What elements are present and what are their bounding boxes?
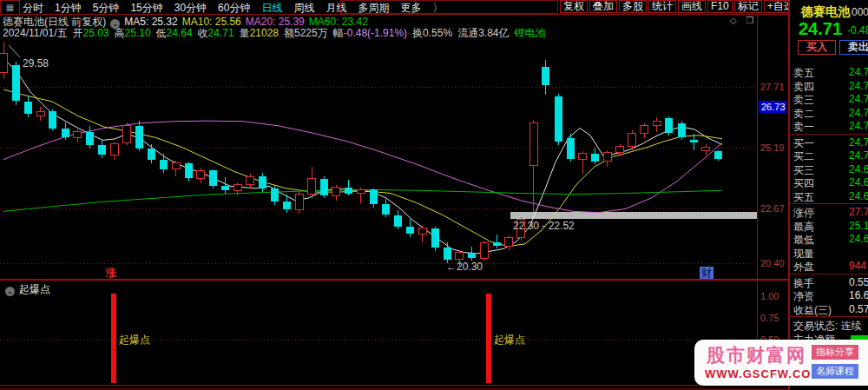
- info-token-value: 0.55%: [423, 27, 452, 39]
- bid-row[interactable]: 买一24.7: [793, 136, 868, 151]
- bid-row[interactable]: 买三24.6: [793, 163, 868, 178]
- info-token: 收24.71: [198, 27, 234, 39]
- stat-row-value: 944: [849, 260, 866, 272]
- annotation-tag-fin[interactable]: 财: [700, 267, 713, 279]
- site-watermark: 股市财富网 WWW.GSCFW.COM 指标分享 名师课程: [694, 340, 868, 386]
- stock-code: 0000: [852, 6, 868, 18]
- info-token: 2024/11/01/五: [3, 27, 68, 39]
- buy-button[interactable]: 买入: [798, 40, 836, 55]
- info-token-value: 3.84亿: [478, 27, 509, 39]
- indicator-chart[interactable]: 1.000.750.50起爆点起爆点: [0, 0, 788, 390]
- ask-row[interactable]: 卖二24.7: [793, 107, 868, 122]
- watermark-badge-indicators: 指标分享: [812, 345, 858, 360]
- bid-row-value: 24.7: [849, 149, 868, 162]
- panel-section-divider: [790, 203, 868, 204]
- info-token-label: 额: [284, 27, 294, 39]
- chart-info-row-2: 2024/11/01/五开25.03高25.10低24.64收24.71量210…: [3, 26, 550, 41]
- stat-row[interactable]: 换手0.55: [793, 276, 868, 291]
- bid-row-value: 24.6: [849, 190, 868, 202]
- info-token-label: 高: [115, 27, 125, 39]
- bid-row-label: 买一: [793, 137, 814, 149]
- stat-row[interactable]: 现量: [793, 247, 868, 261]
- panel-section-divider: [790, 274, 868, 274]
- stat-row[interactable]: 收益(三)0.57: [793, 303, 868, 318]
- price-change: -0.48: [847, 24, 868, 36]
- bid-row-label: 买五: [793, 191, 814, 203]
- last-price: 24.71: [799, 19, 842, 39]
- svg-text:起爆点: 起爆点: [494, 334, 525, 346]
- ask-row[interactable]: 卖四24.7: [793, 80, 868, 95]
- info-token-label: 收: [198, 27, 208, 39]
- bid-row[interactable]: 买五24.6: [793, 190, 868, 205]
- ask-row-label: 卖二: [793, 108, 814, 120]
- quote-panel: 德赛电池 0000 24.71 -0.48 买入 卖出 卖五24.7卖四24.7…: [788, 0, 868, 390]
- bid-row-value: 24.7: [849, 136, 868, 149]
- ask-row-value: 24.7: [849, 120, 868, 132]
- bid-row[interactable]: 买四24.6: [793, 176, 868, 191]
- ask-row-label: 卖三: [793, 94, 814, 106]
- stat-row[interactable]: 最低24.6: [793, 233, 868, 248]
- bid-row-label: 买四: [793, 177, 814, 189]
- info-token: 开25.03: [73, 27, 109, 39]
- bid-row-value: 24.6: [849, 163, 868, 175]
- watermark-badge-courses: 名师课程: [812, 364, 858, 379]
- ask-row[interactable]: 卖五24.7: [793, 66, 868, 81]
- bid-row-label: 买二: [793, 150, 814, 162]
- indicator-name: 起爆点: [19, 283, 50, 295]
- stat-row-label: 涨停: [793, 207, 814, 219]
- ask-row-label: 卖五: [793, 67, 814, 79]
- ask-row-label: 卖四: [793, 81, 814, 93]
- info-token: 换0.55%: [412, 27, 452, 39]
- stat-row-value: 25.1: [849, 220, 868, 232]
- stat-row-label: 收益(三): [793, 304, 832, 316]
- stat-row-label: 换手: [793, 277, 814, 289]
- info-token-label: 幅: [333, 27, 344, 39]
- annotation-tag-up: 涨: [106, 266, 116, 281]
- info-token-label: 2024/11/01/五: [3, 27, 68, 39]
- stat-row-label: 最低: [793, 234, 814, 246]
- stat-row[interactable]: 净资16.6: [793, 289, 868, 304]
- bid-row[interactable]: 买二24.7: [793, 149, 868, 164]
- stat-row[interactable]: 外盘944: [793, 260, 868, 274]
- bottom-border: [0, 385, 788, 386]
- stat-row-label: 外盘: [793, 261, 814, 273]
- info-token: 锂电池: [514, 27, 545, 39]
- ask-row-label: 卖一: [793, 121, 814, 133]
- info-token-value: 21028: [250, 27, 279, 39]
- watermark-title: 股市财富网: [707, 343, 806, 367]
- watermark-url: WWW.GSCFW.COM: [705, 367, 821, 380]
- stat-row[interactable]: 最高25.1: [793, 220, 868, 235]
- svg-text:1.00: 1.00: [760, 291, 779, 301]
- stat-row-value: 0.57: [849, 303, 868, 315]
- plot-right-border: [757, 14, 758, 385]
- panel-section-divider: [790, 316, 868, 317]
- stat-row-value: 24.6: [849, 233, 868, 245]
- stat-row-value: 16.6: [849, 289, 868, 301]
- stat-row[interactable]: 涨停27.7: [793, 206, 868, 221]
- ask-row[interactable]: 卖三24.7: [793, 93, 868, 108]
- ask-row-value: 24.7: [849, 93, 868, 105]
- ask-row[interactable]: 卖一24.7: [793, 120, 868, 135]
- stat-row-label: 现量: [793, 248, 814, 260]
- info-token: 高25.10: [115, 27, 151, 39]
- trading-app-window: ▦ 分时1分钟5分钟15分钟30分钟60分钟日线周线月线多周期更多〉 复权叠加多…: [0, 0, 868, 390]
- info-token-label: 流通: [457, 27, 478, 39]
- info-token: 流通3.84亿: [457, 27, 509, 39]
- info-token-value: 25.03: [83, 27, 109, 39]
- info-token-label: 锂电池: [514, 27, 545, 39]
- bid-row-value: 24.6: [849, 176, 868, 188]
- chart-corner-icons[interactable]: ◇ ❐: [730, 16, 757, 25]
- info-token-value: 25.10: [125, 27, 151, 39]
- bid-row-label: 买三: [793, 164, 814, 176]
- svg-text:起爆点: 起爆点: [119, 334, 150, 346]
- sell-button[interactable]: 卖出: [839, 40, 868, 55]
- info-token-value: -0.48(-1.91%): [344, 27, 407, 39]
- trading-status: 交易状态: 连续: [793, 319, 868, 334]
- info-token: 额5225万: [284, 27, 328, 39]
- indicator-collapse-icon[interactable]: ⌄: [5, 287, 15, 296]
- info-token-value: 24.64: [167, 27, 193, 39]
- panel-section-divider: [790, 134, 868, 135]
- stat-row-value: 0.55: [849, 276, 868, 288]
- indicator-header: ⌄起爆点: [5, 282, 50, 297]
- ask-row-value: 24.7: [849, 80, 868, 92]
